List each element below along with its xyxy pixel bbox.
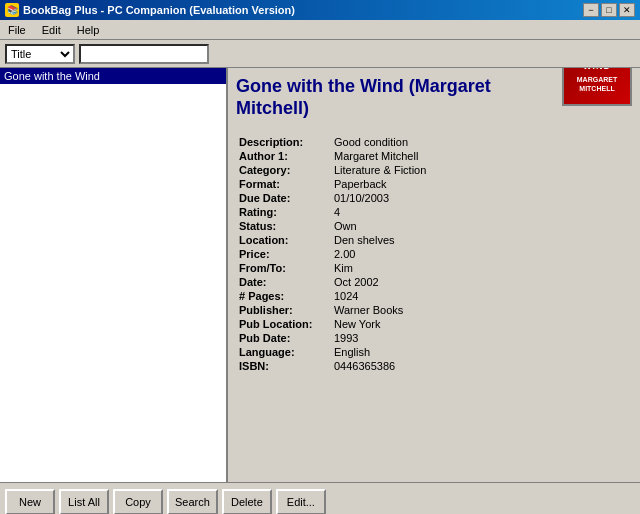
field-value: Den shelves [331,233,632,247]
field-value: Warner Books [331,303,632,317]
edit-button[interactable]: Edit... [276,489,326,515]
table-row: Publisher: Warner Books [236,303,632,317]
field-value: Own [331,219,632,233]
field-value: Margaret Mitchell [331,149,632,163]
cover-text: GONE WITH THE WIND MARGARET MITCHELL [575,68,619,95]
field-label: Publisher: [236,303,331,317]
field-value: Paperback [331,177,632,191]
title-bar: 📚 BookBag Plus - PC Companion (Evaluatio… [0,0,640,20]
menu-bar: File Edit Help [0,20,640,40]
field-label: Status: [236,219,331,233]
search-type-dropdown[interactable]: Title Author ISBN Category [5,44,75,64]
field-value: Oct 2002 [331,275,632,289]
search-button[interactable]: Search [167,489,218,515]
table-row: Author 1: Margaret Mitchell [236,149,632,163]
field-label: Language: [236,345,331,359]
table-row: Category: Literature & Fiction [236,163,632,177]
book-detail: Gone with the Wind (Margaret Mitchell) G… [228,68,640,482]
field-value: New York [331,317,632,331]
field-value: 1993 [331,331,632,345]
menu-help[interactable]: Help [73,23,104,37]
minimize-button[interactable]: − [583,3,599,17]
table-row: Due Date: 01/10/2003 [236,191,632,205]
field-label: Location: [236,233,331,247]
table-row: # Pages: 1024 [236,289,632,303]
delete-button[interactable]: Delete [222,489,272,515]
table-row: Price: 2.00 [236,247,632,261]
list-all-button[interactable]: List All [59,489,109,515]
bottom-toolbar: New List All Copy Search Delete Edit... [0,483,640,514]
field-label: Author 1: [236,149,331,163]
book-list-item[interactable]: Gone with the Wind [0,68,226,84]
book-cover: GONE WITH THE WIND MARGARET MITCHELL [562,68,632,106]
field-value: 4 [331,205,632,219]
table-row: From/To: Kim [236,261,632,275]
field-value: 0446365386 [331,359,632,373]
field-label: Pub Date: [236,331,331,345]
copy-button[interactable]: Copy [113,489,163,515]
table-row: Format: Paperback [236,177,632,191]
field-value: English [331,345,632,359]
new-button[interactable]: New [5,489,55,515]
table-row: Language: English [236,345,632,359]
field-label: Date: [236,275,331,289]
table-row: Status: Own [236,219,632,233]
field-value: Good condition [331,135,632,149]
table-row: Description: Good condition [236,135,632,149]
field-label: Rating: [236,205,331,219]
app-icon: 📚 [5,3,19,17]
field-value: 01/10/2003 [331,191,632,205]
field-value: Literature & Fiction [331,163,632,177]
field-label: Pub Location: [236,317,331,331]
field-label: ISBN: [236,359,331,373]
detail-table: Description: Good condition Author 1: Ma… [236,135,632,373]
table-row: Pub Location: New York [236,317,632,331]
field-label: Category: [236,163,331,177]
field-label: Due Date: [236,191,331,205]
table-row: Pub Date: 1993 [236,331,632,345]
menu-edit[interactable]: Edit [38,23,65,37]
field-value: 1024 [331,289,632,303]
search-bar: Title Author ISBN Category [0,40,640,68]
book-list: Gone with the Wind [0,68,228,482]
window-title: BookBag Plus - PC Companion (Evaluation … [23,4,295,16]
table-row: Rating: 4 [236,205,632,219]
menu-file[interactable]: File [4,23,30,37]
field-label: Description: [236,135,331,149]
field-label: Price: [236,247,331,261]
search-input[interactable] [79,44,209,64]
field-value: 2.00 [331,247,632,261]
book-title: Gone with the Wind (Margaret Mitchell) [236,76,516,119]
field-label: From/To: [236,261,331,275]
close-button[interactable]: ✕ [619,3,635,17]
table-row: Date: Oct 2002 [236,275,632,289]
main-content: Gone with the Wind Gone with the Wind (M… [0,68,640,483]
field-label: Format: [236,177,331,191]
table-row: Location: Den shelves [236,233,632,247]
field-value: Kim [331,261,632,275]
field-label: # Pages: [236,289,331,303]
window-controls: − □ ✕ [583,3,635,17]
maximize-button[interactable]: □ [601,3,617,17]
table-row: ISBN: 0446365386 [236,359,632,373]
